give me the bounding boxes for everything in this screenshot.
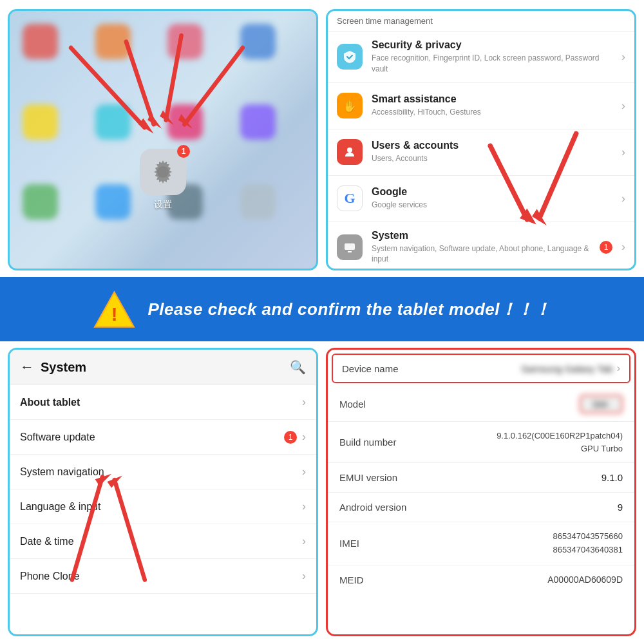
chevron-date: › [302,535,306,548]
bg-icon-3 [167,24,203,59]
model-row: Model SM- [328,387,634,422]
svg-text:✋: ✋ [343,99,357,113]
device-name-chevron: › [617,363,620,374]
settings-panel: Screen time management Security & privac… [326,9,636,270]
phone-clone-item[interactable]: Phone Clone › [10,559,316,594]
svg-text:!: ! [111,303,117,324]
software-update-item[interactable]: Software update 1 › [10,420,316,455]
emui-label: EMUI version [339,472,423,483]
home-screen-panel: 1 设置 [8,9,318,270]
imei-label: IMEI [339,538,423,549]
main-container: 1 设置 Screen tim [0,0,644,644]
bg-icon-1 [23,24,58,59]
system-badge: 1 [600,241,612,254]
model-label: Model [339,399,423,410]
chevron-clone: › [302,569,306,583]
bg-icon-10 [95,184,131,220]
system-header: ← System 🔍 [10,350,316,385]
warning-banner: ! Please check and confirm the tablet mo… [0,277,644,341]
imei-value: 865347043575660865347043640381 [553,530,623,557]
svg-rect-12 [348,251,352,252]
settings-item-users[interactable]: Users & accounts Users, Accounts › [328,129,634,176]
bg-icon-2 [95,24,131,59]
system-text: System System navigation, Software updat… [372,230,600,265]
system-navigation-item[interactable]: System navigation › [10,455,316,489]
settings-badge: 1 [177,145,190,158]
settings-item-google[interactable]: G Google Google services › [328,176,634,222]
settings-item-smart-assistance[interactable]: ✋ Smart assistance Accessibility, HiTouc… [328,83,634,129]
build-label: Build number [339,437,423,448]
smart-assistance-text: Smart assistance Accessibility, HiTouch,… [372,93,616,118]
about-tablet-item[interactable]: About tablet › [10,385,316,420]
shield-icon [337,44,363,70]
warning-triangle-icon: ! [93,289,135,330]
chevron-icon-2: › [621,99,625,113]
software-update-badge: 1 [284,431,297,444]
android-value: 9 [618,502,623,513]
device-name-row: Device name Samsung Galaxy Tab › [332,354,630,383]
chevron-nav: › [302,465,306,478]
settings-label: 设置 [154,199,172,211]
chevron-icon-3: › [621,146,625,159]
settings-item-security[interactable]: Security & privacy Face recognition, Fin… [328,32,634,83]
bg-icon-12 [240,184,276,220]
bottom-row: ← System 🔍 About tablet › Software updat… [0,341,644,644]
banner-text: Please check and confirm the tablet mode… [148,298,551,321]
google-icon: G [337,185,363,211]
screen-time-header: Screen time management [328,11,634,32]
security-text: Security & privacy Face recognition, Fin… [372,39,616,75]
meid-value: A00000AD60609D [547,574,623,585]
bg-icon-4 [240,24,276,59]
model-value: SM- [580,395,623,413]
build-value: 9.1.0.162(C00E160R2P1patch04)GPU Turbo [497,430,623,455]
device-info-panel: Device name Samsung Galaxy Tab › Model S… [326,348,636,636]
system-settings-panel: ← System 🔍 About tablet › Software updat… [8,348,318,636]
svg-rect-11 [345,243,355,250]
search-icon[interactable]: 🔍 [290,359,306,375]
bg-icon-9 [23,184,58,220]
bg-icon-5 [23,104,58,140]
bg-icon-8 [240,104,276,140]
system-title: System [41,360,290,375]
imei-row: IMEI 865347043575660865347043640381 [328,522,634,565]
date-time-item[interactable]: Date & time › [10,524,316,559]
meid-label: MEID [339,574,423,585]
android-version-row: Android version 9 [328,493,634,522]
hand-icon: ✋ [337,93,363,118]
svg-point-10 [347,147,352,153]
emui-version-row: EMUI version 9.1.0 [328,463,634,493]
users-text: Users & accounts Users, Accounts [372,140,616,164]
meid-row: MEID A00000AD60609D [328,565,634,594]
bg-icon-7 [167,104,203,140]
language-input-item[interactable]: Language & input › [10,489,316,524]
gear-icon [149,158,177,186]
emui-value: 9.1.0 [601,472,623,483]
android-label: Android version [339,502,423,513]
chevron-icon-4: › [621,192,625,205]
chevron-about: › [302,395,306,409]
device-name-label: Device name [342,363,426,374]
settings-icon-container: 1 设置 [140,149,186,211]
bg-icon-6 [95,104,131,140]
chevron-lang: › [302,500,306,513]
chevron-software: › [302,430,306,444]
user-icon [337,139,363,165]
top-row: 1 设置 Screen tim [0,0,644,277]
chevron-icon: › [621,50,625,64]
device-name-value: Samsung Galaxy Tab [426,363,613,374]
back-icon[interactable]: ← [20,359,34,375]
chevron-icon-5: › [621,240,625,254]
settings-item-system[interactable]: System System navigation, Software updat… [328,222,634,270]
system-icon [337,234,363,260]
google-text: Google Google services [372,186,616,211]
build-number-row: Build number 9.1.0.162(C00E160R2P1patch0… [328,422,634,463]
settings-icon[interactable]: 1 [140,149,186,195]
